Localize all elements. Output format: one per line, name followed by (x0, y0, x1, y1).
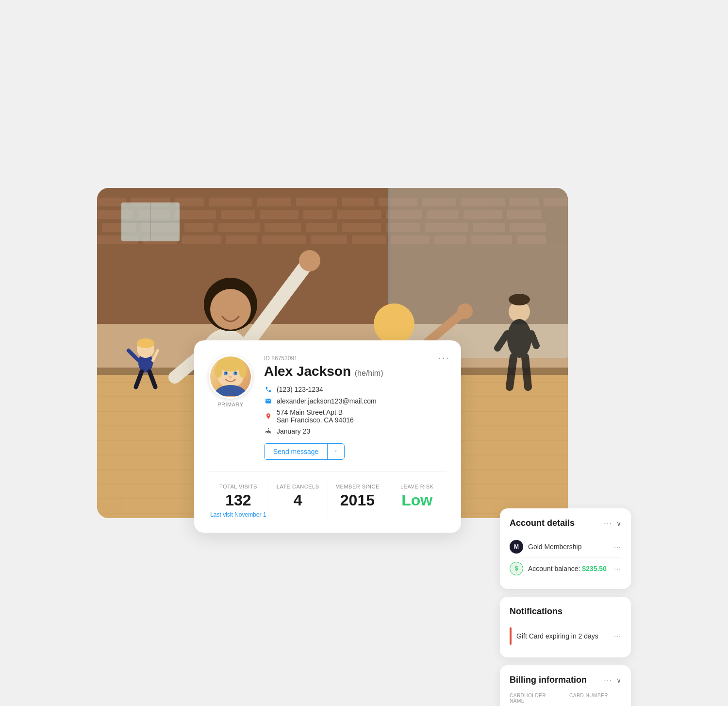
notifications-title: Notifications (510, 606, 563, 617)
send-message-main-button[interactable]: Send message (265, 444, 328, 459)
account-details-actions: ··· ∨ (604, 519, 621, 528)
svg-point-110 (215, 385, 246, 396)
membership-more-button[interactable]: ··· (614, 543, 621, 551)
stat-late-cancels-value: 4 (294, 491, 302, 509)
notifications-header: Notifications (510, 606, 621, 617)
profile-name: Alex Jackson (he/him) (264, 364, 447, 379)
svg-point-92 (507, 319, 531, 358)
billing-more-button[interactable]: ··· (604, 676, 612, 685)
svg-line-96 (525, 357, 528, 387)
notification-more-button[interactable]: ··· (614, 632, 621, 640)
stat-leave-risk: LEAVE RISK Low (387, 484, 447, 518)
svg-point-72 (210, 289, 251, 330)
svg-rect-38 (182, 235, 221, 244)
stat-late-cancels: LATE CANCELS 4 (268, 484, 328, 518)
avatar-container: PRIMARY (209, 355, 252, 407)
email-row: alexander.jackson123@mail.com (264, 397, 447, 405)
stat-total-visits-sub: Last visit November 1 (210, 511, 266, 518)
billing-columns: CARDHOLDER NAME CARD NUMBER (510, 693, 621, 705)
profile-id: ID 86753091 (264, 355, 447, 362)
stat-member-since-label: MEMBER SINCE (335, 484, 380, 489)
svg-rect-40 (262, 235, 306, 244)
right-panel: Account details ··· ∨ M Gold Membership … (500, 508, 631, 706)
phone-row: (123) 123-1234 (264, 385, 447, 394)
profile-card: ··· (194, 340, 461, 533)
billing-header: Billing information ··· ∨ (510, 675, 621, 685)
birthday-value: January 23 (277, 427, 310, 435)
account-details-header: Account details ··· ∨ (510, 518, 621, 528)
svg-line-95 (510, 357, 513, 387)
svg-rect-41 (311, 235, 347, 244)
balance-icon: $ (510, 562, 523, 575)
svg-rect-42 (352, 235, 386, 244)
billing-cardnumber-label: CARD NUMBER (569, 693, 621, 698)
svg-point-74 (299, 250, 320, 271)
birthday-row: January 23 (264, 427, 447, 436)
svg-point-107 (226, 372, 227, 374)
balance-amount: $235.50 (582, 565, 607, 572)
svg-rect-19 (303, 210, 332, 219)
svg-point-63 (137, 338, 154, 348)
address-row: 574 Main Street Apt B San Francisco, CA … (264, 408, 447, 424)
billing-cardholder-col: CARDHOLDER NAME (510, 693, 562, 705)
birthday-icon (264, 427, 273, 436)
notification-text: Gift Card expiring in 2 days (516, 632, 609, 640)
svg-rect-17 (221, 210, 255, 219)
outer-container: ··· (97, 188, 631, 518)
account-details-more-button[interactable]: ··· (604, 519, 612, 528)
svg-point-80 (374, 303, 414, 344)
account-details-expand-button[interactable]: ∨ (616, 520, 621, 527)
account-details-title: Account details (510, 518, 575, 528)
notification-item: Gift Card expiring in 2 days ··· (510, 624, 621, 648)
primary-badge: PRIMARY (217, 402, 243, 407)
svg-point-103 (215, 364, 222, 378)
svg-point-109 (229, 376, 232, 378)
svg-line-94 (531, 334, 536, 346)
stat-member-since: MEMBER SINCE 2015 (328, 484, 387, 518)
svg-rect-8 (342, 198, 374, 206)
membership-label: Gold Membership (528, 543, 609, 551)
phone-value: (123) 123-1234 (277, 386, 323, 393)
location-icon (264, 412, 273, 420)
account-details-card: Account details ··· ∨ M Gold Membership … (500, 508, 631, 589)
contact-info: (123) 123-1234 alexander.jackson123@mail… (264, 385, 447, 436)
billing-cardnumber-col: CARD NUMBER (569, 693, 621, 705)
billing-actions: ··· ∨ (604, 676, 621, 685)
svg-rect-18 (260, 210, 298, 219)
svg-rect-47 (388, 188, 568, 358)
address-value: 574 Main Street Apt B San Francisco, CA … (277, 408, 354, 424)
send-message-dropdown-button[interactable] (328, 444, 344, 459)
billing-expand-button[interactable]: ∨ (616, 676, 621, 684)
svg-rect-29 (265, 223, 301, 232)
stat-total-visits: TOTAL VISITS 132 Last visit November 1 (209, 484, 268, 518)
svg-rect-16 (175, 210, 216, 219)
membership-item: M Gold Membership ··· (510, 536, 621, 557)
billing-card: Billing information ··· ∨ CARDHOLDER NAM… (500, 665, 631, 706)
svg-point-82 (457, 303, 473, 319)
svg-rect-31 (342, 223, 381, 232)
svg-rect-27 (184, 223, 214, 232)
profile-info: ID 86753091 Alex Jackson (he/him) (123) … (264, 355, 447, 460)
svg-rect-6 (257, 198, 291, 206)
notification-urgency-bar (510, 627, 512, 645)
svg-rect-20 (337, 210, 381, 219)
profile-more-options-button[interactable]: ··· (438, 352, 449, 363)
stat-leave-risk-label: LEAVE RISK (400, 484, 433, 489)
profile-stats: TOTAL VISITS 132 Last visit November 1 L… (209, 472, 447, 518)
balance-more-button[interactable]: ··· (614, 565, 621, 572)
billing-title: Billing information (510, 675, 587, 685)
stat-member-since-value: 2015 (340, 491, 375, 509)
svg-rect-28 (218, 223, 260, 232)
stat-late-cancels-label: LATE CANCELS (277, 484, 319, 489)
balance-item: $ Account balance: $235.50 ··· (510, 557, 621, 579)
svg-rect-30 (306, 223, 337, 232)
svg-rect-39 (226, 235, 257, 244)
phone-icon (264, 385, 273, 394)
membership-icon: M (510, 540, 523, 554)
profile-header: PRIMARY ID 86753091 Alex Jackson (he/him… (209, 355, 447, 472)
email-icon (264, 397, 273, 405)
stat-total-visits-label: TOTAL VISITS (219, 484, 257, 489)
email-value: alexander.jackson123@mail.com (277, 397, 377, 405)
send-message-button-group[interactable]: Send message (264, 443, 345, 460)
balance-label: Account balance: $235.50 (528, 565, 609, 572)
